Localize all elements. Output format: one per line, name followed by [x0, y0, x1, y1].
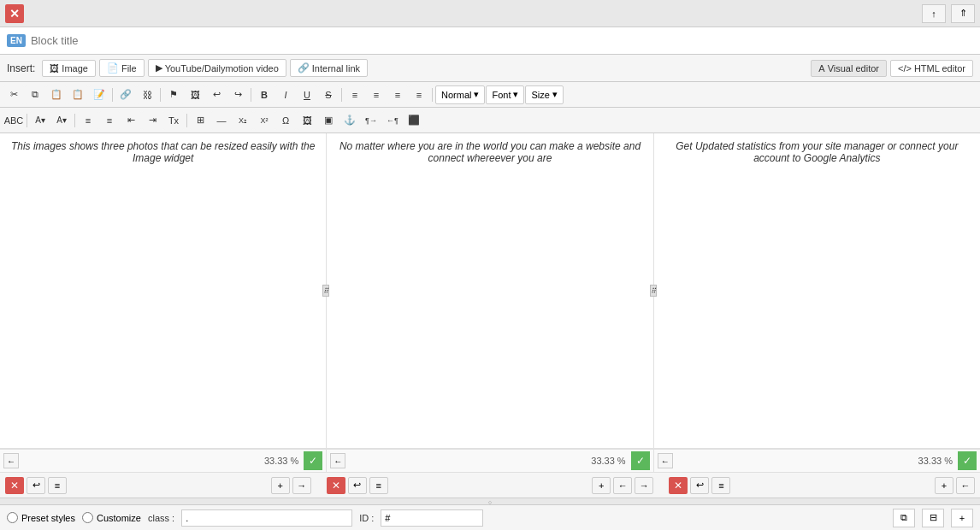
col2-confirm-button[interactable]: ✓ [631, 451, 650, 470]
subscript-button[interactable]: X₂ [233, 111, 253, 130]
align-right-button[interactable]: ≡ [387, 85, 408, 104]
lang-badge: EN [7, 34, 26, 47]
unlink-button[interactable]: ⛓ [137, 85, 157, 104]
align-left-button[interactable]: ≡ [345, 85, 365, 104]
font-dropdown[interactable]: Font ▾ [486, 85, 524, 104]
col-resize-1[interactable]: ⠿ [322, 285, 329, 297]
row-undo-button[interactable]: ↩ [27, 477, 45, 494]
id-input[interactable] [381, 509, 483, 527]
redo-button[interactable]: ↪ [227, 85, 248, 104]
col1-confirm-button[interactable]: ✓ [304, 451, 322, 470]
image-icon: 🖼 [50, 63, 59, 74]
resize-handle[interactable]: ⬦ [0, 498, 980, 504]
class-label: class : [148, 513, 174, 523]
video-icon: ▶ [156, 62, 162, 74]
paste-word-button[interactable]: 📝 [89, 85, 109, 104]
col-footer-2: ← 33.33 % ✓ [327, 450, 653, 472]
col-add-button[interactable]: + [592, 477, 611, 494]
align-justify-button[interactable]: ≡ [409, 85, 429, 104]
bullet-list-button[interactable]: ≡ [78, 111, 98, 130]
status-bar: Preset styles Customize class : ID : ⧉ ⊟… [0, 504, 980, 530]
normal-dropdown-arrow: ▾ [474, 89, 479, 100]
col-delete-button[interactable]: ✕ [327, 477, 345, 494]
insert-image-button[interactable]: 🖼 Image [42, 60, 96, 77]
copy-button[interactable]: ⧉ [25, 85, 45, 104]
insert-video-button[interactable]: ▶ YouTube/Dailymotion video [148, 59, 286, 77]
insert-file-button[interactable]: 📄 File [99, 59, 145, 77]
col3-delete-button[interactable]: ✕ [669, 477, 688, 494]
status-copy-button[interactable]: ⧉ [893, 509, 915, 527]
column-2-text: No matter where you are in the world you… [339, 140, 641, 164]
preset-styles-radio[interactable]: Preset styles [7, 512, 75, 523]
row-add-left-button[interactable]: + [271, 477, 290, 494]
strikethrough-button[interactable]: S [318, 85, 339, 104]
col3-move-left-button[interactable]: ← [956, 477, 975, 494]
numbered-list-button[interactable]: ≡ [99, 111, 120, 130]
visual-editor-button[interactable]: A Visual editor [811, 60, 887, 77]
col3-undo-button[interactable]: ↩ [690, 477, 709, 494]
visual-editor-icon: A [818, 63, 824, 74]
fullscreen-button[interactable]: ⬛ [404, 111, 424, 130]
media-button[interactable]: ▣ [318, 111, 339, 130]
column-1: This images shows three photos that can … [0, 133, 327, 448]
col-footer-3: ← 33.33 % ✓ [654, 450, 980, 472]
clear-format-button[interactable]: Tx [163, 111, 184, 130]
cut-button[interactable]: ✂ [3, 85, 24, 104]
move-up-button[interactable]: ↑ [922, 4, 946, 23]
column-3: Get Updated statistics from your site ma… [654, 133, 980, 448]
col-resize-2[interactable]: ⠿ [650, 285, 657, 297]
column-3-text: Get Updated statistics from your site ma… [676, 140, 958, 164]
move-top-button[interactable]: ⇑ [951, 4, 975, 23]
insert-image2-button[interactable]: 🖼 [297, 111, 317, 130]
col-move-right-button[interactable]: → [635, 477, 653, 494]
col3-settings-button[interactable]: ≡ [711, 477, 730, 494]
id-label: ID : [359, 513, 374, 523]
col-undo-button[interactable]: ↩ [348, 477, 367, 494]
normal-dropdown[interactable]: Normal ▾ [435, 85, 485, 104]
italic-button[interactable]: I [275, 85, 296, 104]
outdent-button[interactable]: ⇤ [121, 111, 141, 130]
superscript-button[interactable]: X² [254, 111, 275, 130]
row-delete-button[interactable]: ✕ [5, 477, 24, 494]
normal-dropdown-label: Normal [441, 90, 471, 100]
align-center-button[interactable]: ≡ [366, 85, 387, 104]
col3-left-arrow[interactable]: ← [658, 453, 673, 468]
spellcheck-button[interactable]: ABC [3, 111, 24, 130]
undo-button[interactable]: ↩ [206, 85, 227, 104]
special-chars-button[interactable]: Ω [275, 111, 296, 130]
block-title-input[interactable] [31, 34, 973, 47]
paste-button[interactable]: 📋 [46, 85, 67, 104]
class-input[interactable] [181, 509, 352, 527]
html-editor-button[interactable]: </> HTML editor [890, 60, 973, 77]
customize-radio[interactable]: Customize [82, 512, 141, 523]
underline-button[interactable]: U [297, 85, 317, 104]
col-move-left-button[interactable]: ← [613, 477, 632, 494]
link-button[interactable]: 🔗 [115, 85, 136, 104]
col-settings-button[interactable]: ≡ [369, 477, 388, 494]
table-button[interactable]: ⊞ [190, 111, 210, 130]
bold-button[interactable]: B [254, 85, 275, 104]
col2-left-arrow[interactable]: ← [330, 453, 345, 468]
highlight-button[interactable]: A▾ [51, 111, 72, 130]
flag-button[interactable]: ⚑ [163, 85, 184, 104]
anchor-button[interactable]: ⚓ [339, 111, 360, 130]
status-add-button[interactable]: + [951, 509, 973, 527]
rtl-button[interactable]: ←¶ [382, 111, 403, 130]
image-button[interactable]: 🖼 [185, 85, 205, 104]
col3-add-button[interactable]: + [935, 477, 953, 494]
status-layout-button[interactable]: ⊟ [922, 509, 944, 527]
ltr-button[interactable]: ¶→ [361, 111, 381, 130]
row-move-right-button[interactable]: → [292, 477, 311, 494]
insert-link-button[interactable]: 🔗 Internal link [290, 59, 368, 77]
size-dropdown-arrow: ▾ [552, 89, 558, 100]
col1-left-arrow[interactable]: ← [3, 453, 19, 468]
close-button[interactable]: ✕ [5, 4, 24, 23]
font-dropdown-label: Font [492, 90, 511, 100]
font-color-button[interactable]: A▾ [30, 111, 50, 130]
indent-button[interactable]: ⇥ [142, 111, 162, 130]
paste-text-button[interactable]: 📋 [68, 85, 88, 104]
size-dropdown[interactable]: Size ▾ [525, 85, 563, 104]
hr-button[interactable]: — [211, 111, 232, 130]
col3-confirm-button[interactable]: ✓ [958, 451, 977, 470]
row-settings-button[interactable]: ≡ [48, 477, 67, 494]
